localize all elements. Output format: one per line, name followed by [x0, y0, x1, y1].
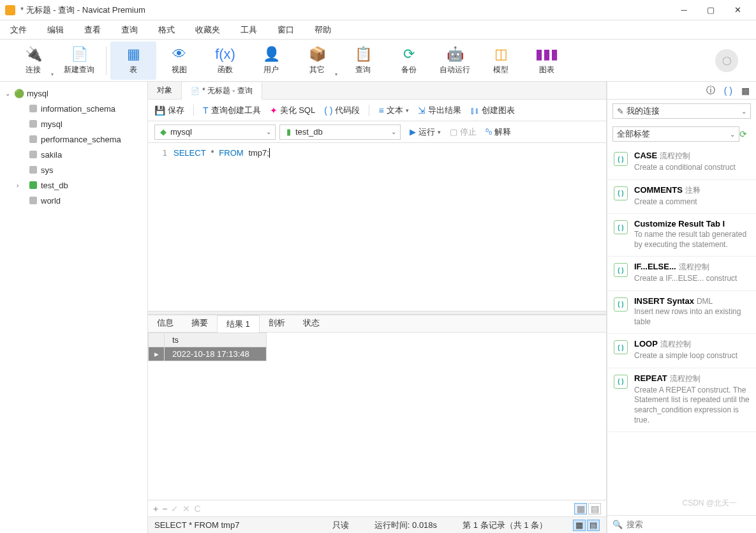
text-button[interactable]: ≡文本 ▾ [378, 105, 408, 116]
result-tab[interactable]: 剖析 [260, 315, 294, 332]
minimize-icon[interactable]: ─ [671, 1, 697, 19]
menu-item[interactable]: 查看 [82, 22, 103, 38]
sql-editor[interactable]: 1 SELECT * FROM tmp7; [148, 143, 606, 311]
brackets-icon[interactable]: ( ) [724, 86, 732, 96]
tool-icon: 🔌 [24, 45, 42, 63]
tree-db-label: world [41, 196, 61, 206]
connection-dropdown[interactable]: ◆ mysql ⌄ [154, 124, 276, 140]
tree-db-item[interactable]: sakila [0, 147, 147, 162]
editor-tabs: 对象📄* 无标题 - 查询 [148, 82, 606, 100]
tool-连接[interactable]: 🔌连接▾ [10, 41, 56, 80]
tool-图表[interactable]: ▮▮▮图表 [524, 41, 570, 80]
result-tab[interactable]: 信息 [148, 315, 182, 332]
table-row[interactable]: ▸2022-10-18 17:13:48 [149, 347, 267, 361]
tree-db-item[interactable]: information_schema [0, 101, 147, 116]
menu-item[interactable]: 窗口 [275, 22, 297, 38]
tool-表[interactable]: ▦表 [110, 41, 156, 80]
close-icon[interactable]: ✕ [724, 1, 751, 19]
form-view-icon[interactable]: ▤ [588, 503, 601, 514]
menu-item[interactable]: 查询 [119, 22, 140, 38]
add-row-button[interactable]: + [153, 504, 158, 514]
layout-icon[interactable]: ▦ [741, 86, 750, 96]
apply-button[interactable]: ✓ [171, 504, 179, 514]
connection-filter-dropdown[interactable]: ✎ 我的连接 ⌄ [612, 103, 751, 119]
database-icon [28, 195, 38, 206]
chevron-down-icon: ⌄ [261, 128, 271, 135]
user-avatar[interactable]: ◯ [715, 49, 738, 72]
c-button[interactable]: C [194, 504, 200, 514]
tool-函数[interactable]: f(x)函数 [202, 41, 248, 80]
explain-button[interactable]: ⁰₀解释 [485, 126, 511, 138]
tree-db-item[interactable]: mysql [0, 116, 147, 131]
tool-label: 查询 [355, 64, 371, 75]
tool-新建查询[interactable]: 📄新建查询 [56, 41, 102, 80]
snippet-button[interactable]: ( )代码段 [324, 105, 360, 116]
snippet-item[interactable]: ( )Customize Result Tab ITo name the res… [607, 214, 756, 257]
snippet-item[interactable]: ( )INSERT SyntaxDMLInsert new rows into … [607, 291, 756, 334]
snippet-item[interactable]: ( )COMMENTS注释Create a comment [607, 180, 756, 214]
grid-view-icon[interactable]: ▦ [574, 503, 587, 514]
search-input[interactable] [626, 520, 751, 529]
tree-connection[interactable]: ⌄ 🟢 mysql [0, 86, 147, 101]
snippet-item[interactable]: ( )IF...ELSE...流程控制Create a IF...ELSE...… [607, 257, 756, 291]
tool-模型[interactable]: ◫模型 [478, 41, 524, 80]
cell-value[interactable]: 2022-10-18 17:13:48 [165, 347, 267, 361]
beautify-button[interactable]: ✦美化 SQL [270, 105, 316, 116]
app-icon [5, 5, 15, 15]
tree-db-item[interactable]: sys [0, 162, 147, 177]
snippet-item[interactable]: ( )LOOP流程控制Create a simple loop construc… [607, 334, 756, 368]
tree-db-item[interactable]: performance_schema [0, 131, 147, 147]
tag-filter-dropdown[interactable]: 全部标签 ⌄ [612, 126, 739, 142]
menu-item[interactable]: 编辑 [45, 22, 66, 38]
column-header[interactable]: ts [165, 333, 267, 347]
cancel-button[interactable]: ✕ [182, 504, 190, 514]
snippet-list[interactable]: ( )CASE流程控制Create a conditional construc… [607, 146, 756, 515]
tool-自动运行[interactable]: 🤖自动运行 [432, 41, 478, 80]
tool-label: 模型 [493, 64, 508, 75]
menu-item[interactable]: 收藏夹 [193, 22, 223, 38]
maximize-icon[interactable]: ▢ [697, 1, 724, 19]
snippet-item[interactable]: ( )REPEAT流程控制Create A REPEAT construct. … [607, 368, 756, 432]
create-chart-button[interactable]: ⫿⫾创建图表 [470, 105, 515, 116]
result-tab[interactable]: 结果 1 [217, 315, 260, 333]
tool-备份[interactable]: ⟳备份 [386, 41, 432, 80]
menu-item[interactable]: 格式 [156, 22, 177, 38]
info-icon[interactable]: ⓘ [706, 85, 715, 96]
tool-视图[interactable]: 👁视图 [156, 41, 202, 80]
run-button[interactable]: ▶运行 ▾ [410, 126, 441, 138]
delete-row-button[interactable]: − [162, 504, 167, 514]
snippet-search[interactable]: 🔍 [607, 515, 756, 533]
snippet-tag: 注释 [685, 186, 700, 195]
export-button[interactable]: ⇲导出结果 [418, 105, 461, 116]
tree-db-item[interactable]: ›test_db [0, 177, 147, 193]
tool-其它[interactable]: 📦其它▾ [294, 41, 340, 80]
tool-查询[interactable]: 📋查询 [340, 41, 386, 80]
tab[interactable]: 对象 [148, 82, 182, 99]
refresh-icon[interactable]: ⟳ [739, 129, 751, 139]
tab[interactable]: 📄* 无标题 - 查询 [182, 82, 262, 100]
snippet-item[interactable]: ( )CASE流程控制Create a conditional construc… [607, 146, 756, 180]
menu-item[interactable]: 工具 [238, 22, 260, 38]
menu-item[interactable]: 文件 [8, 22, 29, 38]
tree-conn-label: mysql [27, 89, 48, 98]
query-builder-button[interactable]: T查询创建工具 [203, 105, 261, 116]
result-grid[interactable]: ts ▸2022-10-18 17:13:48 [148, 333, 606, 500]
save-icon: 💾 [154, 105, 165, 116]
save-button[interactable]: 💾保存 [154, 105, 184, 116]
snippet-tag: DML [697, 297, 713, 306]
tool-icon: 🤖 [446, 45, 464, 63]
result-tab[interactable]: 摘要 [182, 315, 217, 332]
snippet-desc: Create a IF...ELSE... construct [634, 274, 750, 284]
tree-db-item[interactable]: world [0, 193, 147, 208]
result-tab[interactable]: 状态 [294, 315, 329, 332]
tool-用户[interactable]: 👤用户 [248, 41, 294, 80]
detail-mode-icon[interactable]: ▤ [587, 520, 600, 531]
db-tree[interactable]: ⌄ 🟢 mysql information_schemamysqlperform… [0, 82, 148, 533]
database-icon [28, 149, 38, 160]
grid-mode-icon[interactable]: ▦ [573, 520, 586, 531]
menu-item[interactable]: 帮助 [312, 22, 334, 38]
tool-icon: ⟳ [400, 45, 418, 63]
sql-code[interactable]: SELECT * FROM tmp7; [174, 143, 606, 311]
tool-label: 其它 [309, 64, 325, 75]
database-dropdown[interactable]: ▮ test_db ⌄ [279, 124, 401, 140]
